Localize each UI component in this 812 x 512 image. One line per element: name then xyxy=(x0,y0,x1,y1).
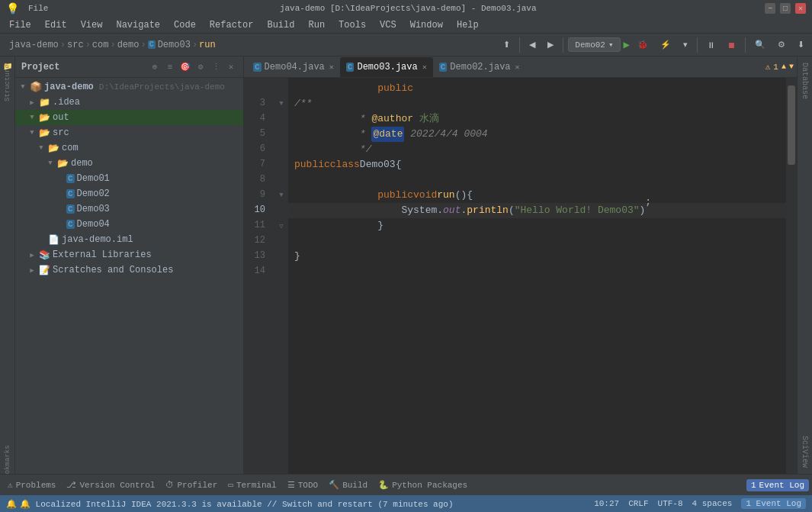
line-ending[interactable]: CRLF xyxy=(628,499,648,508)
structure-tool-icon[interactable]: Structure xyxy=(1,76,14,90)
tree-demo03-class[interactable]: C Demo03 xyxy=(15,201,243,217)
tab-demo02-label: Demo02.java xyxy=(450,62,510,72)
project-tree: ▼ 📦 java-demo D:\IdeaProjects\java-demo … xyxy=(15,78,243,474)
todo-button[interactable]: ☰ TODO xyxy=(283,478,323,491)
menu-help[interactable]: Help xyxy=(451,18,485,32)
tree-root[interactable]: ▼ 📦 java-demo D:\IdeaProjects\java-demo xyxy=(15,79,243,95)
status-message[interactable]: 🔔 Localized IntelliJ IDEA 2021.3.3 is av… xyxy=(20,499,454,509)
back-button[interactable]: ◀ xyxy=(525,37,540,53)
breadcrumb-src[interactable]: src xyxy=(67,40,84,50)
src-folder-label: src xyxy=(53,127,69,138)
fold-6 xyxy=(274,142,288,157)
tab-demo04-close[interactable]: ✕ xyxy=(329,63,334,72)
menu-vcs[interactable]: VCS xyxy=(374,18,403,32)
menu-tools[interactable]: Tools xyxy=(332,18,372,32)
out-folder-label: out xyxy=(53,112,69,123)
fold-11[interactable]: ▽ xyxy=(274,218,288,233)
scrollbar-thumb[interactable] xyxy=(788,85,795,165)
menu-refactor[interactable]: Refactor xyxy=(204,18,260,32)
sciview-panel-label[interactable]: SciView xyxy=(801,433,809,471)
tree-idea-folder[interactable]: ▶ 📁 .idea xyxy=(15,95,243,110)
maximize-button[interactable]: □ xyxy=(780,3,791,14)
menu-navigate[interactable]: Navigate xyxy=(110,18,166,32)
update-button[interactable]: ⬇ xyxy=(793,37,809,53)
editor-scrollbar[interactable] xyxy=(786,78,797,474)
menu-file[interactable]: File xyxy=(3,18,37,32)
tab-demo04[interactable]: C Demo04.java ✕ xyxy=(247,57,340,77)
warning-up-arrow[interactable]: ▲ xyxy=(782,63,786,71)
menu-build[interactable]: Build xyxy=(261,18,300,32)
tab-demo02-close[interactable]: ✕ xyxy=(515,63,520,72)
minimize-button[interactable]: − xyxy=(765,3,775,14)
breadcrumb-method[interactable]: run xyxy=(199,40,216,50)
vcs-update-button[interactable]: ⬆ xyxy=(499,37,515,53)
gear-settings-button[interactable]: ⚙ xyxy=(194,61,207,73)
breadcrumb-demo[interactable]: demo xyxy=(117,40,140,50)
run-config-selector[interactable]: Demo02 ▾ xyxy=(568,37,620,52)
right-panel-top: Database xyxy=(801,60,809,433)
code-editor[interactable]: 3 4 5 6 7 8 9 10 11 12 13 14 ▼ xyxy=(244,78,797,474)
menu-edit[interactable]: Edit xyxy=(39,18,73,32)
breadcrumb-project[interactable]: java-demo xyxy=(9,40,59,50)
problems-button[interactable]: ⚠ Problems xyxy=(3,478,60,491)
event-log-status[interactable]: 1 Event Log xyxy=(741,498,806,509)
sidebar-more-button[interactable]: ⋮ xyxy=(210,61,222,73)
menu-code[interactable]: Code xyxy=(168,18,202,32)
menu-view[interactable]: View xyxy=(75,18,109,32)
tree-demo01-class[interactable]: C Demo01 xyxy=(15,171,243,186)
tab-demo02[interactable]: C Demo02.java ✕ xyxy=(433,57,526,77)
warning-count: 1 xyxy=(773,63,778,72)
bookmarks-icon[interactable]: Bookmarks xyxy=(1,457,14,471)
cursor-position[interactable]: 10:27 xyxy=(594,499,619,508)
close-button[interactable]: ✕ xyxy=(795,3,806,14)
settings-button[interactable]: ⚙ xyxy=(773,37,790,53)
menu-window[interactable]: Window xyxy=(404,18,449,32)
external-libs-label: External Libraries xyxy=(53,250,152,260)
tree-scratches[interactable]: ▶ 📝 Scratches and Consoles xyxy=(15,262,243,278)
tree-out-folder[interactable]: ▼ 📂 out xyxy=(15,110,243,125)
tree-iml-file[interactable]: 📄 java-demo.iml xyxy=(15,232,243,247)
warning-down-arrow[interactable]: ▼ xyxy=(789,63,794,71)
menu-run[interactable]: Run xyxy=(302,18,331,32)
encoding[interactable]: UTF-8 xyxy=(658,499,683,508)
database-panel-label[interactable]: Database xyxy=(801,60,809,102)
fold-9[interactable]: ▼ xyxy=(274,188,288,203)
tree-com-folder[interactable]: ▼ 📂 com xyxy=(15,140,243,156)
tab-demo03-close[interactable]: ✕ xyxy=(422,63,427,72)
pause-button[interactable]: ⏸ xyxy=(702,37,720,53)
collapse-all-button[interactable]: ≡ xyxy=(164,61,176,73)
tree-demo04-class[interactable]: C Demo04 xyxy=(15,217,243,232)
version-control-button[interactable]: ⎇ Version Control xyxy=(62,478,159,491)
profiler-button[interactable]: ⏱ Profiler xyxy=(161,478,222,491)
line-num-9: 9 xyxy=(244,188,270,203)
forward-button[interactable]: ▶ xyxy=(543,37,558,53)
python-packages-button[interactable]: 🐍 Python Packages xyxy=(374,478,472,491)
breadcrumb-class[interactable]: C Demo03 xyxy=(148,40,191,50)
more-run-button[interactable]: ▾ xyxy=(679,37,692,53)
code-content[interactable]: public /** * @author 水滴 * @date 2022/4/4… xyxy=(288,78,786,474)
scroll-from-source-button[interactable]: 🎯 xyxy=(179,61,191,73)
run-button[interactable]: ▶ xyxy=(624,38,630,51)
tree-src-folder[interactable]: ▼ 📂 src xyxy=(15,125,243,140)
debug-button[interactable]: 🐞 xyxy=(633,37,653,53)
indent[interactable]: 4 spaces xyxy=(692,499,733,508)
stop-button[interactable]: ⏹ xyxy=(723,37,740,53)
breadcrumb-com[interactable]: com xyxy=(92,40,109,50)
sidebar-hide-button[interactable]: ✕ xyxy=(225,61,237,73)
title-bar-left: 💡 File xyxy=(6,2,51,15)
tree-demo-folder[interactable]: ▼ 📂 demo xyxy=(15,156,243,171)
code-line-14 xyxy=(288,264,786,279)
terminal-button[interactable]: ▭ Terminal xyxy=(223,478,281,491)
breadcrumb-class-icon: C xyxy=(148,40,156,49)
add-file-button[interactable]: ⊕ xyxy=(149,61,161,73)
warning-indicator[interactable]: ⚠ 1 ▲ ▼ xyxy=(765,62,794,72)
menu-file[interactable]: File xyxy=(25,4,51,13)
tab-demo03[interactable]: C Demo03.java ✕ xyxy=(340,57,433,77)
build-button[interactable]: 🔨 Build xyxy=(324,478,372,491)
search-everywhere-button[interactable]: 🔍 xyxy=(750,37,770,53)
fold-3[interactable]: ▼ xyxy=(274,96,288,111)
event-log-button[interactable]: 1 Event Log xyxy=(746,479,809,491)
coverage-button[interactable]: ⚡ xyxy=(656,37,676,53)
tree-external-libs[interactable]: ▶ 📚 External Libraries xyxy=(15,247,243,262)
tree-demo02-class[interactable]: C Demo02 xyxy=(15,186,243,201)
